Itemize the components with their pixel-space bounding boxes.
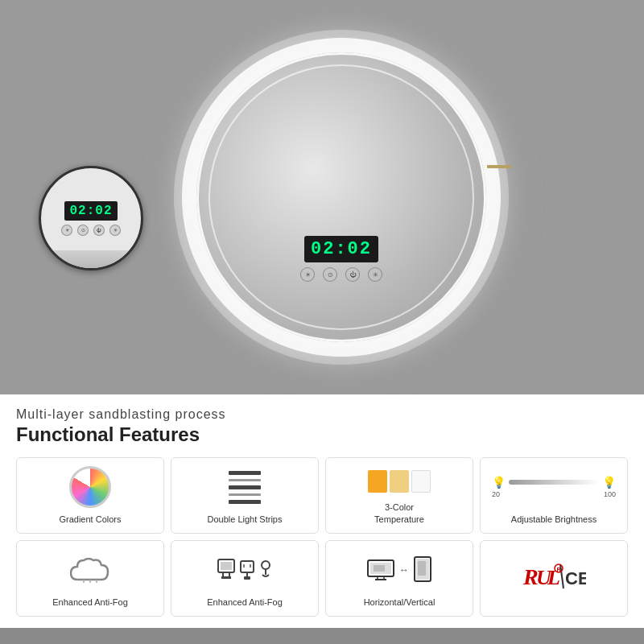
plug-icon (259, 560, 272, 580)
feature-card-certification: R U L CE R (480, 540, 628, 617)
vertical-monitor-icon (414, 556, 431, 584)
svg-rect-3 (241, 561, 254, 572)
mirror-image-section: 02:02 ☀ ⊙ ⏻ ✳ 02:02 ☀ ⊙ ⏻ ✳ (0, 0, 644, 394)
gradient-colors-label: Gradient Colors (59, 514, 121, 525)
anti-fog-1-icon-area (23, 549, 157, 592)
adjustable-brightness-label: Adjustable Brightness (511, 514, 597, 525)
mirror-circle: 02:02 ☀ ⊙ ⏻ ✳ (196, 52, 486, 342)
brightness-slider-row: 💡 💡 (487, 476, 621, 489)
feature-card-anti-fog-1: Enhanced Anti-Fog (16, 540, 164, 617)
feature-card-3-color-temperature: 3-ColorTemperature (325, 457, 473, 534)
svg-point-8 (262, 561, 270, 569)
ctrl-icon-3[interactable]: ⏻ (345, 267, 360, 282)
anti-fog-2-icon-area (178, 549, 312, 592)
features-grid: Gradient Colors (16, 457, 628, 617)
strip-seg-2 (229, 485, 261, 489)
3-color-temperature-icon-area (332, 466, 466, 497)
horizontal-vertical-icon-area: ↔ (332, 549, 466, 592)
double-light-strips-icon-area (178, 466, 312, 509)
brightness-min-value: 20 (492, 490, 500, 498)
anti-fog-1-label: Enhanced Anti-Fog (52, 597, 128, 608)
svg-rect-13 (375, 579, 386, 580)
svg-rect-2 (221, 576, 231, 579)
strip-row-3 (229, 485, 261, 489)
ctrl-icon-2[interactable]: ⊙ (323, 267, 337, 282)
brightness-bar (509, 480, 599, 485)
svg-rect-16 (418, 561, 426, 576)
inset-control-icons: ☀ ⊙ ⏻ ✳ (61, 225, 121, 236)
certification-icon-area: R U L CE R (487, 549, 621, 603)
monitor-icon (217, 559, 235, 581)
temp-cool-block (411, 470, 431, 493)
feature-card-double-light-strips: Double Light Strips (171, 457, 319, 534)
feature-card-gradient-colors: Gradient Colors (16, 457, 164, 534)
horizontal-vertical-label: Horizontal/Vertical (364, 597, 436, 608)
double-light-strips-label: Double Light Strips (208, 514, 283, 525)
strip-gap-2 (229, 493, 261, 496)
adjustable-brightness-icon-area: 💡 💡 20 100 (487, 466, 621, 509)
inset-ctrl-3: ⏻ (93, 225, 105, 236)
inset-zoom-circle: 02:02 ☀ ⊙ ⏻ ✳ (39, 166, 143, 270)
inset-clock-display: 02:02 (64, 201, 117, 221)
temp-warm-block (368, 470, 387, 493)
strip-row-4 (229, 493, 261, 496)
anti-fog-2-label: Enhanced Anti-Fog (207, 597, 283, 608)
hv-arrow-icon: ↔ (399, 564, 409, 576)
inset-ctrl-1: ☀ (61, 225, 72, 236)
3-color-temperature-label: 3-ColorTemperature (374, 502, 424, 525)
svg-rect-12 (374, 565, 385, 572)
ctrl-icon-4[interactable]: ✳ (368, 267, 382, 282)
inset-ctrl-4: ✳ (109, 225, 121, 236)
power-cable-icon (240, 560, 254, 580)
mirror-clock-display: 02:02 (304, 236, 378, 262)
strip-seg-1 (229, 471, 261, 475)
strip-seg-3 (229, 500, 261, 504)
svg-rect-1 (221, 562, 232, 570)
strip-row-2 (229, 479, 261, 481)
feature-card-horizontal-vertical: ↔ Horizontal/Vertical (325, 540, 473, 617)
bulb-dim-icon: 💡 (492, 476, 506, 489)
double-light-strips-icon (229, 471, 261, 504)
inset-ctrl-2: ⊙ (77, 225, 89, 236)
mirror-control-icons: ☀ ⊙ ⏻ ✳ (300, 267, 382, 282)
section-subtitle: Multi-layer sandblasting process (16, 407, 628, 422)
horizontal-monitor-icon (367, 559, 394, 580)
ul-ce-svg: R U L CE R (522, 560, 586, 592)
mirror-clock-area: 02:02 ☀ ⊙ ⏻ ✳ (300, 236, 382, 282)
hv-icons-group: ↔ (367, 556, 431, 584)
wall-mount (487, 165, 511, 168)
inset-bottom-band (41, 250, 141, 268)
ctrl-icon-1[interactable]: ☀ (300, 267, 315, 282)
plug-icons-group (217, 559, 272, 581)
feature-card-anti-fog-2: Enhanced Anti-Fog (171, 540, 319, 617)
bulb-bright-icon: 💡 (602, 476, 616, 489)
strip-gap-1 (229, 479, 261, 481)
certification-logo: R U L CE R (522, 560, 586, 592)
mirror-inner-ring (208, 64, 474, 330)
3-color-temperature-icon (368, 470, 431, 493)
temp-neutral-block (390, 470, 409, 493)
features-section: Multi-layer sandblasting process Functio… (0, 394, 644, 628)
svg-rect-5 (244, 576, 250, 580)
svg-text:CE: CE (565, 568, 586, 588)
cloud-svg (69, 555, 111, 584)
svg-text:R: R (557, 566, 561, 572)
strip-row-5 (229, 500, 261, 504)
gradient-colors-icon-area (23, 466, 157, 509)
section-title: Functional Features (16, 423, 628, 446)
anti-fog-cloud-icon (69, 555, 111, 584)
feature-card-adjustable-brightness: 💡 💡 20 100 Adjustable Brightness (480, 457, 628, 534)
brightness-max-value: 100 (604, 490, 616, 498)
gradient-colors-icon (69, 466, 111, 508)
strip-row-1 (229, 471, 261, 475)
